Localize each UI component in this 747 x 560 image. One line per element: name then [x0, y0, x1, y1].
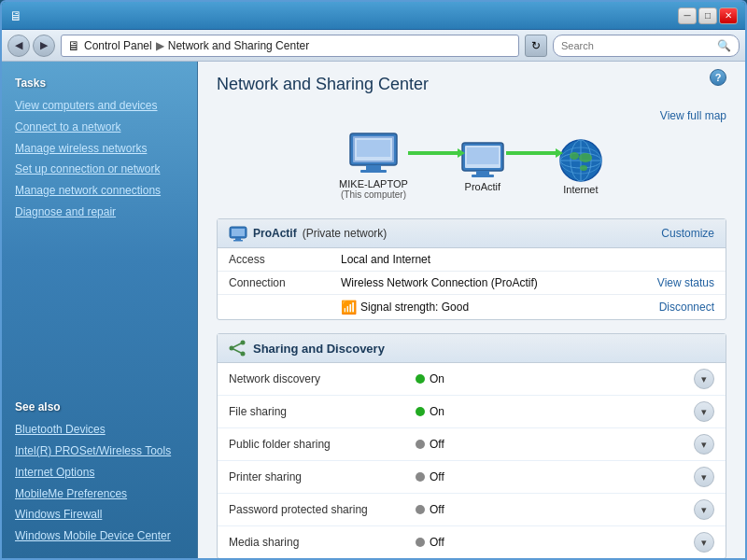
globe-icon — [557, 137, 604, 184]
main-area: Tasks View computers and devices Connect… — [2, 62, 745, 558]
password-expand[interactable]: ▾ — [694, 499, 714, 520]
help-button[interactable]: ? — [710, 69, 726, 86]
svg-rect-21 — [232, 229, 245, 236]
sharing-title: Sharing and Discovery — [253, 342, 385, 356]
tasks-title: Tasks — [2, 73, 197, 95]
svg-point-18 — [579, 153, 592, 162]
svg-point-24 — [230, 346, 234, 351]
sidebar-item-firewall[interactable]: Windows Firewall — [2, 504, 197, 525]
signal-text: Signal strength: Good — [360, 301, 469, 314]
svg-point-17 — [570, 152, 579, 160]
discovery-status: On — [416, 372, 694, 385]
discovery-expand[interactable]: ▾ — [694, 369, 714, 389]
discovery-label: Network discovery — [229, 372, 416, 385]
svg-point-19 — [580, 165, 587, 171]
access-label: Access — [229, 253, 341, 266]
password-value: Off — [430, 503, 444, 516]
svg-line-27 — [233, 343, 241, 347]
disconnect-link[interactable]: Disconnect — [659, 301, 714, 314]
sidebar-item-setup[interactable]: Set up connection or network — [2, 159, 197, 180]
sidebar-item-intel[interactable]: Intel(R) PROSet/Wireless Tools — [2, 441, 197, 462]
media-value: Off — [430, 536, 444, 549]
view-full-map: View full map — [217, 109, 726, 122]
signal-icon: 📶 — [341, 300, 357, 315]
forward-button[interactable]: ▶ — [33, 35, 55, 57]
view-full-map-link[interactable]: View full map — [660, 109, 726, 122]
help-area: ? — [710, 69, 726, 86]
internet-node: Internet — [557, 137, 604, 195]
sharing-row-password: Password protected sharing Off ▾ — [218, 494, 726, 526]
printer-expand[interactable]: ▾ — [694, 467, 714, 487]
computer-node: MIKE-LAPTOP (This computer) — [339, 132, 408, 200]
sidebar-item-wireless[interactable]: Manage wireless networks — [2, 138, 197, 160]
public-expand[interactable]: ▾ — [694, 434, 714, 455]
network-panel: ProActif (Private network) Customize Acc… — [217, 218, 726, 320]
path-arrow-1: ▶ — [156, 39, 164, 52]
router-node: ProActif — [459, 139, 506, 192]
refresh-button[interactable]: ↻ — [525, 35, 547, 57]
svg-rect-5 — [357, 140, 390, 157]
access-value: Local and Internet — [341, 253, 714, 266]
path-segment-1: Control Panel — [84, 39, 152, 52]
svg-rect-9 — [476, 171, 489, 175]
svg-rect-22 — [235, 238, 241, 240]
discovery-value: On — [430, 372, 444, 385]
media-expand[interactable]: ▾ — [694, 532, 714, 553]
line-2 — [506, 151, 557, 155]
search-icon: 🔍 — [717, 39, 731, 52]
svg-point-25 — [241, 341, 246, 345]
password-dot — [416, 505, 425, 514]
sharing-row-media: Media sharing Off ▾ — [218, 526, 726, 558]
line-1 — [408, 151, 459, 155]
sidebar-item-diagnose[interactable]: Diagnose and repair — [2, 202, 197, 223]
sidebar-item-mobileme[interactable]: MobileMe Preferences — [2, 483, 197, 505]
file-expand[interactable]: ▾ — [694, 401, 714, 422]
sharing-row-discovery: Network discovery On ▾ — [218, 363, 726, 396]
svg-rect-10 — [472, 175, 494, 177]
search-box: 🔍 — [553, 35, 740, 57]
sharing-row-public: Public folder sharing Off ▾ — [218, 428, 726, 461]
sidebar-item-manage[interactable]: Manage network connections — [2, 180, 197, 202]
sharing-icon — [229, 340, 246, 357]
sidebar-item-bluetooth[interactable]: Bluetooth Devices — [2, 419, 197, 441]
public-status: Off — [416, 438, 694, 451]
sidebar-item-connect[interactable]: Connect to a network — [2, 117, 197, 138]
file-dot — [416, 407, 425, 416]
printer-value: Off — [430, 470, 444, 483]
svg-rect-3 — [360, 170, 387, 173]
address-path[interactable]: 🖥 Control Panel ▶ Network and Sharing Ce… — [61, 35, 519, 57]
title-bar: 🖥 ─ □ ✕ — [2, 2, 745, 30]
connection-label: Connection — [229, 276, 341, 289]
back-button[interactable]: ◀ — [7, 35, 30, 57]
window-controls: ─ □ ✕ — [678, 7, 738, 24]
see-also-section: See also Bluetooth Devices Intel(R) PROS… — [2, 397, 197, 547]
see-also-title: See also — [2, 397, 197, 419]
svg-line-28 — [233, 349, 241, 353]
nav-buttons: ◀ ▶ — [7, 35, 55, 57]
network-name: ProActif — [253, 227, 297, 240]
media-label: Media sharing — [229, 536, 416, 549]
close-button[interactable]: ✕ — [719, 7, 738, 24]
discovery-dot — [416, 374, 425, 384]
path-icon: 🖥 — [67, 38, 80, 53]
sidebar-item-internet-options[interactable]: Internet Options — [2, 462, 197, 483]
file-value: On — [430, 405, 444, 418]
sidebar-item-view-computers[interactable]: View computers and devices — [2, 95, 197, 117]
minimize-button[interactable]: ─ — [678, 7, 697, 24]
customize-link[interactable]: Customize — [661, 227, 714, 240]
network-icon — [229, 225, 247, 242]
search-input[interactable] — [561, 40, 713, 51]
sidebar-item-mobile-device[interactable]: Windows Mobile Device Center — [2, 525, 197, 547]
title-bar-left: 🖥 — [9, 8, 22, 23]
sharing-header: Sharing and Discovery — [218, 334, 726, 363]
connection-row: Connection Wireless Network Connection (… — [218, 272, 726, 295]
maximize-button[interactable]: □ — [698, 7, 717, 24]
sharing-row-printer: Printer sharing Off ▾ — [218, 461, 726, 494]
password-label: Password protected sharing — [229, 503, 416, 516]
media-dot — [416, 538, 425, 547]
svg-rect-2 — [366, 165, 381, 170]
view-status-link[interactable]: View status — [657, 276, 714, 289]
window-icon: 🖥 — [9, 8, 22, 23]
access-row: Access Local and Internet — [218, 248, 726, 272]
content-panel: ? Network and Sharing Center View full m… — [198, 62, 745, 558]
